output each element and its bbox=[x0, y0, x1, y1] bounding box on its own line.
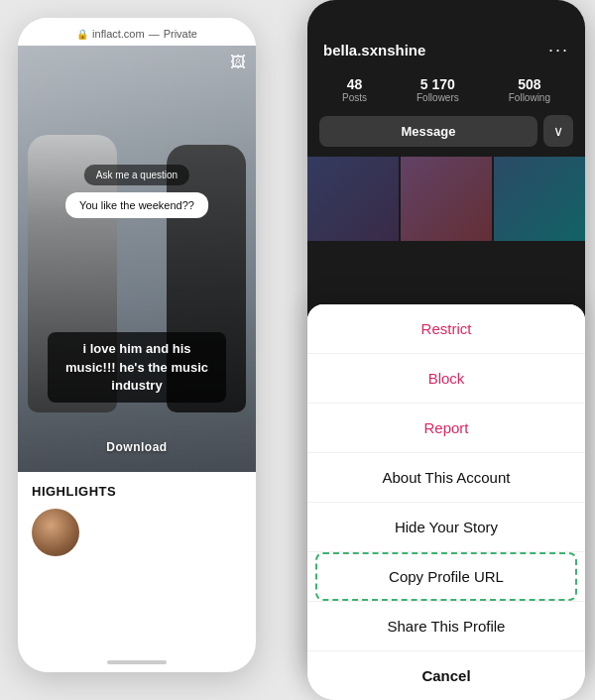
grid-cell-2[interactable] bbox=[401, 157, 492, 241]
posts-label: Posts bbox=[342, 92, 367, 103]
stat-followers: 5 170 Followers bbox=[416, 76, 459, 103]
cancel-item[interactable]: Cancel bbox=[307, 651, 585, 700]
stat-posts: 48 Posts bbox=[342, 76, 367, 103]
followers-label: Followers bbox=[416, 92, 459, 103]
highlights-area: HIGHLIGHTS bbox=[18, 472, 256, 652]
mode-label: Private bbox=[164, 28, 197, 40]
followers-count: 5 170 bbox=[420, 76, 455, 92]
ig-dots-menu[interactable]: ··· bbox=[548, 40, 569, 60]
hide-story-item[interactable]: Hide Your Story bbox=[307, 503, 585, 552]
site-url: inflact.com bbox=[92, 28, 145, 40]
dropdown-button[interactable]: ∨ bbox=[543, 115, 573, 147]
phone-bottom-bar bbox=[18, 652, 256, 672]
copy-url-wrap: Copy Profile URL bbox=[307, 552, 585, 602]
grid-cell-1[interactable] bbox=[307, 157, 399, 241]
download-button[interactable]: Download bbox=[106, 440, 167, 454]
separator: — bbox=[149, 28, 160, 40]
restrict-item[interactable]: Restrict bbox=[307, 304, 585, 354]
story-image: 🖼 Ask me a question You like the weekend… bbox=[18, 46, 256, 472]
following-label: Following bbox=[509, 92, 550, 103]
story-caption: i love him and his music!!! he's the mus… bbox=[48, 332, 226, 403]
home-indicator bbox=[107, 660, 167, 664]
ig-grid bbox=[307, 157, 585, 241]
ig-username: bella.sxnshine bbox=[323, 42, 425, 58]
ig-header: bella.sxnshine ··· bbox=[307, 0, 585, 70]
grid-cell-3[interactable] bbox=[494, 157, 585, 241]
following-count: 508 bbox=[518, 76, 540, 92]
highlight-avatar[interactable] bbox=[32, 509, 79, 556]
report-item[interactable]: Report bbox=[307, 404, 585, 453]
highlights-title: HIGHLIGHTS bbox=[32, 484, 242, 499]
answer-bubble: You like the weekend?? bbox=[65, 192, 208, 218]
copy-profile-url-item[interactable]: Copy Profile URL bbox=[315, 552, 577, 601]
lock-icon: 🔒 bbox=[76, 29, 88, 40]
ig-stats: 48 Posts 5 170 Followers 508 Following bbox=[307, 70, 585, 115]
about-account-item[interactable]: About This Account bbox=[307, 453, 585, 503]
left-phone: 🔒 inflact.com — Private 🖼 Ask me a quest… bbox=[18, 18, 256, 672]
share-profile-item[interactable]: Share This Profile bbox=[307, 602, 585, 651]
block-item[interactable]: Block bbox=[307, 354, 585, 404]
posts-count: 48 bbox=[347, 76, 363, 92]
question-label: Ask me a question bbox=[84, 165, 189, 185]
ig-actions: Message ∨ bbox=[307, 115, 585, 157]
stat-following: 508 Following bbox=[509, 76, 550, 103]
phone-top-bar: 🔒 inflact.com — Private bbox=[18, 18, 256, 46]
action-sheet: Restrict Block Report About This Account… bbox=[307, 304, 585, 700]
message-button[interactable]: Message bbox=[319, 116, 537, 147]
image-icon: 🖼 bbox=[230, 54, 246, 71]
